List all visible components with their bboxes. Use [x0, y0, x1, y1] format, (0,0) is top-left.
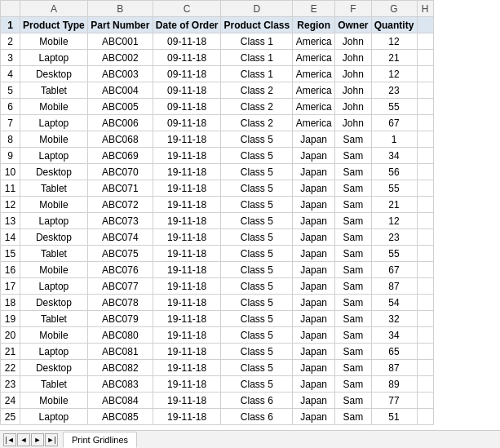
cell-7-0[interactable]: Laptop — [20, 115, 88, 131]
header-cell-1[interactable]: Part Number — [87, 17, 153, 33]
cell-21-0[interactable]: Laptop — [20, 344, 88, 360]
cell-18-4[interactable]: Japan — [293, 295, 335, 311]
cell-20-1[interactable]: ABC080 — [87, 327, 153, 344]
cell-10-6[interactable]: 56 — [371, 164, 417, 180]
cell-11-2[interactable]: 19-11-18 — [153, 180, 221, 197]
header-cell-3[interactable]: Product Class — [221, 17, 293, 33]
cell-8-1[interactable]: ABC068 — [87, 131, 153, 148]
cell-6-4[interactable]: America — [293, 99, 335, 115]
cell-22-5[interactable]: Sam — [335, 360, 371, 376]
row-num-11[interactable]: 11 — [1, 180, 20, 197]
cell-16-0[interactable]: Mobile — [20, 262, 88, 278]
cell-12-3[interactable]: Class 5 — [221, 197, 293, 213]
cell-5-0[interactable]: Tablet — [20, 82, 88, 99]
cell-11-0[interactable]: Tablet — [20, 180, 88, 197]
cell-6-5[interactable]: John — [335, 99, 371, 115]
cell-5-2[interactable]: 09-11-18 — [153, 82, 221, 99]
cell-13-4[interactable]: Japan — [293, 213, 335, 229]
row-num-20[interactable]: 20 — [1, 327, 20, 344]
cell-23-4[interactable]: Japan — [293, 376, 335, 393]
cell-20-2[interactable]: 19-11-18 — [153, 327, 221, 344]
cell-12-1[interactable]: ABC072 — [87, 197, 153, 213]
cell-9-2[interactable]: 19-11-18 — [153, 148, 221, 164]
cell-6-6[interactable]: 55 — [371, 99, 417, 115]
row-num-17[interactable]: 17 — [1, 278, 20, 295]
cell-24-4[interactable]: Japan — [293, 393, 335, 409]
cell-11-6[interactable]: 55 — [371, 180, 417, 197]
cell-15-3[interactable]: Class 5 — [221, 246, 293, 262]
cell-8-0[interactable]: Mobile — [20, 131, 88, 148]
sheet-tab-print-gridlines[interactable]: Print Gridlines — [63, 432, 137, 448]
cell-12-0[interactable]: Mobile — [20, 197, 88, 213]
cell-20-6[interactable]: 34 — [371, 327, 417, 344]
cell-5-4[interactable]: America — [293, 82, 335, 99]
cell-19-5[interactable]: Sam — [335, 311, 371, 327]
cell-22-6[interactable]: 87 — [371, 360, 417, 376]
cell-19-2[interactable]: 19-11-18 — [153, 311, 221, 327]
cell-4-5[interactable]: John — [335, 66, 371, 82]
header-cell-4[interactable]: Region — [293, 17, 335, 33]
cell-12-2[interactable]: 19-11-18 — [153, 197, 221, 213]
cell-25-3[interactable]: Class 6 — [221, 409, 293, 425]
cell-7-4[interactable]: America — [293, 115, 335, 131]
cell-16-6[interactable]: 67 — [371, 262, 417, 278]
cell-21-6[interactable]: 65 — [371, 344, 417, 360]
cell-23-1[interactable]: ABC083 — [87, 376, 153, 393]
cell-19-4[interactable]: Japan — [293, 311, 335, 327]
cell-8-3[interactable]: Class 5 — [221, 131, 293, 148]
cell-11-3[interactable]: Class 5 — [221, 180, 293, 197]
cell-16-3[interactable]: Class 5 — [221, 262, 293, 278]
cell-2-5[interactable]: John — [335, 33, 371, 50]
cell-14-3[interactable]: Class 5 — [221, 229, 293, 246]
cell-25-0[interactable]: Laptop — [20, 409, 88, 425]
row-num-2[interactable]: 2 — [1, 33, 20, 50]
cell-21-5[interactable]: Sam — [335, 344, 371, 360]
cell-22-2[interactable]: 19-11-18 — [153, 360, 221, 376]
cell-3-1[interactable]: ABC002 — [87, 50, 153, 66]
cell-3-6[interactable]: 21 — [371, 50, 417, 66]
cell-13-6[interactable]: 12 — [371, 213, 417, 229]
cell-24-2[interactable]: 19-11-18 — [153, 393, 221, 409]
row-num-14[interactable]: 14 — [1, 229, 20, 246]
cell-3-3[interactable]: Class 1 — [221, 50, 293, 66]
cell-14-4[interactable]: Japan — [293, 229, 335, 246]
tab-nav-first[interactable]: |◄ — [3, 433, 16, 446]
tab-nav-next[interactable]: ► — [31, 433, 44, 446]
cell-4-6[interactable]: 12 — [371, 66, 417, 82]
cell-13-2[interactable]: 19-11-18 — [153, 213, 221, 229]
cell-16-1[interactable]: ABC076 — [87, 262, 153, 278]
row-num-13[interactable]: 13 — [1, 213, 20, 229]
cell-12-4[interactable]: Japan — [293, 197, 335, 213]
col-header-g[interactable]: G — [371, 1, 417, 17]
col-header-f[interactable]: F — [335, 1, 371, 17]
cell-4-2[interactable]: 09-11-18 — [153, 66, 221, 82]
cell-4-3[interactable]: Class 1 — [221, 66, 293, 82]
row-num-19[interactable]: 19 — [1, 311, 20, 327]
cell-22-0[interactable]: Desktop — [20, 360, 88, 376]
cell-3-0[interactable]: Laptop — [20, 50, 88, 66]
cell-7-1[interactable]: ABC006 — [87, 115, 153, 131]
cell-10-2[interactable]: 19-11-18 — [153, 164, 221, 180]
row-num-7[interactable]: 7 — [1, 115, 20, 131]
cell-2-4[interactable]: America — [293, 33, 335, 50]
cell-7-5[interactable]: John — [335, 115, 371, 131]
cell-23-6[interactable]: 89 — [371, 376, 417, 393]
cell-18-0[interactable]: Desktop — [20, 295, 88, 311]
cell-5-5[interactable]: John — [335, 82, 371, 99]
cell-7-6[interactable]: 67 — [371, 115, 417, 131]
cell-3-4[interactable]: America — [293, 50, 335, 66]
cell-11-5[interactable]: Sam — [335, 180, 371, 197]
cell-14-0[interactable]: Desktop — [20, 229, 88, 246]
cell-22-1[interactable]: ABC082 — [87, 360, 153, 376]
header-cell-5[interactable]: Owner — [335, 17, 371, 33]
cell-24-6[interactable]: 77 — [371, 393, 417, 409]
cell-7-2[interactable]: 09-11-18 — [153, 115, 221, 131]
cell-12-5[interactable]: Sam — [335, 197, 371, 213]
cell-4-1[interactable]: ABC003 — [87, 66, 153, 82]
cell-10-0[interactable]: Desktop — [20, 164, 88, 180]
cell-24-3[interactable]: Class 6 — [221, 393, 293, 409]
row-num-8[interactable]: 8 — [1, 131, 20, 148]
cell-9-1[interactable]: ABC069 — [87, 148, 153, 164]
cell-18-1[interactable]: ABC078 — [87, 295, 153, 311]
cell-10-5[interactable]: Sam — [335, 164, 371, 180]
